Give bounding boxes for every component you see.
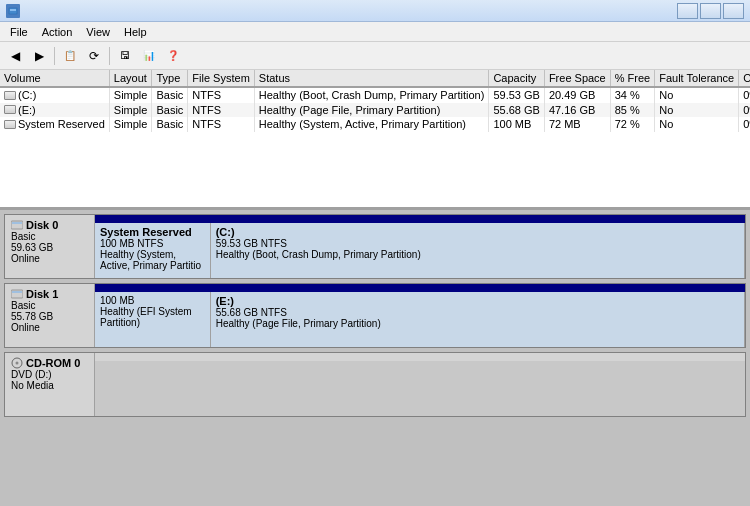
partition-block-0[interactable]: 100 MB Healthy (EFI System Partition) [95,292,211,347]
table-cell: Healthy (System, Active, Primary Partiti… [254,117,489,132]
disk-row-cdrom0: CD-ROM 0 DVD (D:) No Media [4,352,746,417]
table-cell: Simple [109,87,152,103]
table-cell: (E:) [0,103,109,118]
col-status[interactable]: Status [254,70,489,87]
table-cell: No [655,117,739,132]
partitions-disk1: 100 MB Healthy (EFI System Partition) (E… [95,284,745,347]
table-cell: 72 MB [544,117,610,132]
menu-help[interactable]: Help [118,23,153,41]
part-size: 100 MB NTFS [100,238,205,249]
volume-table: Volume Layout Type File System Status Ca… [0,70,750,132]
toolbar-btn-3[interactable]: 🖫 [114,45,136,67]
toolbar-btn-4[interactable]: 📊 [138,45,160,67]
close-button[interactable] [723,3,744,19]
part-name: (E:) [216,295,739,307]
table-cell: NTFS [188,87,254,103]
menu-view[interactable]: View [80,23,116,41]
table-cell: 0% [739,87,750,103]
partition-block-1[interactable]: (E:) 55.68 GB NTFS Healthy (Page File, P… [211,292,745,347]
menu-file[interactable]: File [4,23,34,41]
table-cell: No [655,103,739,118]
disk-status: Online [11,322,88,333]
col-overhead[interactable]: Overhead [739,70,750,87]
partition-block-0[interactable]: System Reserved 100 MB NTFS Healthy (Sys… [95,223,211,278]
svg-rect-3 [12,222,22,224]
table-cell: NTFS [188,103,254,118]
title-bar [0,0,750,22]
table-row[interactable]: System ReservedSimpleBasicNTFSHealthy (S… [0,117,750,132]
menu-bar: File Action View Help [0,22,750,42]
table-cell: Healthy (Boot, Crash Dump, Primary Parti… [254,87,489,103]
volume-panel[interactable]: Volume Layout Type File System Status Ca… [0,70,750,210]
disk-row-disk0: Disk 0 Basic 59.63 GB Online System Rese… [4,214,746,279]
maximize-button[interactable] [700,3,721,19]
col-layout[interactable]: Layout [109,70,152,87]
back-button[interactable]: ◀ [4,45,26,67]
disk-size: 55.78 GB [11,311,88,322]
table-cell: 59.53 GB [489,87,544,103]
refresh-button[interactable]: ⟳ [83,45,105,67]
part-name: (C:) [216,226,739,238]
table-cell: NTFS [188,117,254,132]
svg-point-7 [16,362,19,365]
table-cell: Healthy (Page File, Primary Partition) [254,103,489,118]
toolbar: ◀ ▶ 📋 ⟳ 🖫 📊 ❓ [0,42,750,70]
partition-block-1[interactable]: (C:) 59.53 GB NTFS Healthy (Boot, Crash … [211,223,745,278]
toolbar-separator-2 [109,47,110,65]
col-pctfree[interactable]: % Free [610,70,654,87]
col-freespace[interactable]: Free Space [544,70,610,87]
part-status: Healthy (EFI System Partition) [100,306,205,328]
table-cell: 0% [739,117,750,132]
menu-action[interactable]: Action [36,23,79,41]
disk-header-bar [95,284,745,292]
table-cell: Basic [152,103,188,118]
part-status: Healthy (System, Active, Primary Partiti… [100,249,205,271]
table-cell: Simple [109,117,152,132]
table-cell: System Reserved [0,117,109,132]
table-cell: No [655,87,739,103]
table-row[interactable]: (E:)SimpleBasicNTFSHealthy (Page File, P… [0,103,750,118]
table-cell: 34 % [610,87,654,103]
table-row[interactable]: (C:)SimpleBasicNTFSHealthy (Boot, Crash … [0,87,750,103]
properties-button[interactable]: 📋 [59,45,81,67]
partitions-disk0: System Reserved 100 MB NTFS Healthy (Sys… [95,215,745,278]
disk-type: DVD (D:) [11,369,88,380]
disk-panel[interactable]: Disk 0 Basic 59.63 GB Online System Rese… [0,210,750,506]
main-content: Volume Layout Type File System Status Ca… [0,70,750,506]
disk-label-cdrom0: CD-ROM 0 DVD (D:) No Media [5,353,95,416]
app-icon [6,4,20,18]
table-cell: Basic [152,117,188,132]
disk-name: Disk 0 [11,219,88,231]
cdrom-no-media [95,361,745,416]
forward-button[interactable]: ▶ [28,45,50,67]
col-capacity[interactable]: Capacity [489,70,544,87]
disk-row-disk1: Disk 1 Basic 55.78 GB Online 100 MB Heal… [4,283,746,348]
disk-name: CD-ROM 0 [11,357,88,369]
part-size: 55.68 GB NTFS [216,307,739,318]
table-cell: 85 % [610,103,654,118]
toolbar-separator-1 [54,47,55,65]
table-cell: Simple [109,103,152,118]
disk-status: No Media [11,380,88,391]
window-controls[interactable] [677,3,744,19]
disk-status: Online [11,253,88,264]
part-status: Healthy (Boot, Crash Dump, Primary Parti… [216,249,739,260]
col-filesystem[interactable]: File System [188,70,254,87]
disk-label-disk1: Disk 1 Basic 55.78 GB Online [5,284,95,347]
part-name: System Reserved [100,226,205,238]
col-type[interactable]: Type [152,70,188,87]
part-size: 100 MB [100,295,205,306]
col-faulttolerance[interactable]: Fault Tolerance [655,70,739,87]
svg-rect-5 [12,291,22,293]
table-cell: (C:) [0,87,109,103]
minimize-button[interactable] [677,3,698,19]
table-header-row: Volume Layout Type File System Status Ca… [0,70,750,87]
disk-header-bar [95,215,745,223]
help-button[interactable]: ❓ [162,45,184,67]
disk-size: 59.63 GB [11,242,88,253]
table-cell: 0% [739,103,750,118]
col-volume[interactable]: Volume [0,70,109,87]
table-cell: Basic [152,87,188,103]
table-cell: 20.49 GB [544,87,610,103]
disk-name: Disk 1 [11,288,88,300]
